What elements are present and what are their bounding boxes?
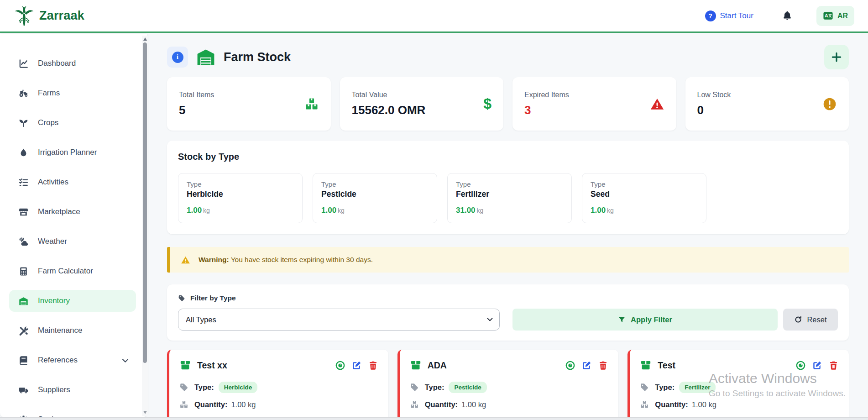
warning-message: You have stock items expiring within 30 … (231, 256, 373, 263)
delete-item-button[interactable] (368, 360, 378, 371)
type-field-label: Type (187, 180, 294, 188)
stat-value: 3 (524, 103, 569, 117)
scrollbar-thumb[interactable] (143, 42, 147, 363)
sidebar-item-suppliers[interactable]: Suppliers (9, 379, 136, 401)
store-icon (18, 207, 29, 217)
brand-name: Zarraak (39, 9, 84, 23)
trash-icon (598, 360, 608, 371)
quantity-field-label: Quantity: (425, 400, 458, 409)
item-name: Test xx (197, 360, 227, 371)
horizontal-scrollbar[interactable] (0, 417, 868, 420)
apply-filter-button[interactable]: Apply Filter (512, 309, 778, 331)
sidebar-item-label: Farms (38, 89, 60, 98)
stock-type-card: Type Fertilizer 31.00kg (447, 173, 572, 223)
edit-item-button[interactable] (812, 360, 822, 371)
box-icon (179, 359, 191, 371)
pen-square-icon (812, 360, 822, 371)
stat-label: Expired Items (524, 91, 569, 99)
delete-item-button[interactable] (828, 360, 839, 371)
tag-icon (179, 383, 188, 392)
edit-item-button[interactable] (351, 360, 362, 371)
view-item-button[interactable] (335, 360, 345, 371)
box-icon (640, 359, 652, 371)
language-label: AR (837, 12, 848, 20)
rotate-icon (794, 315, 802, 324)
chart-line-icon (18, 58, 29, 69)
sidebar-item-farms[interactable]: Farms (9, 82, 136, 104)
filter-type-select[interactable]: All Types (178, 309, 500, 331)
type-cards-row: Type Herbicide 1.00kg Type Pesticide 1.0… (178, 173, 838, 223)
eye-icon (795, 360, 806, 371)
filter-type-select-wrap: All Types (178, 309, 500, 331)
type-field-label: Type: (655, 383, 675, 392)
delete-item-button[interactable] (598, 360, 608, 371)
quantity-field-label: Quantity: (194, 400, 227, 409)
item-name: Test (658, 360, 675, 371)
stat-label: Low Stock (697, 91, 731, 99)
sidebar-item-label: Crops (38, 118, 58, 127)
circle-exclamation-icon (822, 97, 837, 111)
page-title: Farm Stock (224, 50, 291, 64)
boxes-icon (640, 400, 649, 409)
edit-item-button[interactable] (581, 360, 592, 371)
reset-label: Reset (807, 315, 826, 324)
translate-icon: A (823, 10, 833, 21)
sidebar-item-references[interactable]: References (9, 349, 136, 371)
seedling-icon (18, 118, 29, 128)
sidebar-item-label: Activities (38, 178, 68, 187)
screwdriver-wrench-icon (18, 326, 29, 336)
triangle-exclamation-icon (650, 97, 664, 111)
sidebar-item-weather[interactable]: Weather (9, 231, 136, 252)
type-field-label: Type (456, 180, 563, 188)
sidebar-item-marketplace[interactable]: Marketplace (9, 201, 136, 223)
sidebar-item-activities[interactable]: Activities (9, 171, 136, 193)
sidebar-item-label: Inventory (38, 296, 70, 305)
brand[interactable]: Zarraak (14, 5, 84, 26)
warning-banner: Warning: You have stock items expiring w… (167, 247, 849, 273)
warning-label: Warning: (199, 256, 229, 263)
quantity-value: 1.00 kg (231, 400, 256, 409)
type-unit: kg (338, 207, 345, 214)
scroll-up-arrow[interactable] (143, 37, 147, 41)
view-item-button[interactable] (795, 360, 806, 371)
type-badge: Fertilizer (679, 382, 716, 393)
stock-type-card: Type Seed 1.00kg (582, 173, 706, 223)
pen-square-icon (581, 360, 592, 371)
tag-icon (640, 383, 649, 392)
section-title: Stock by Type (178, 152, 838, 162)
sidebar-item-farm-calculator[interactable]: Farm Calculator (9, 260, 136, 282)
type-badge: Pesticide (449, 382, 486, 393)
sidebar-item-dashboard[interactable]: Dashboard (9, 52, 136, 74)
droplet-icon (18, 147, 29, 158)
start-tour-label: Start Tour (720, 11, 753, 21)
stock-type-card: Type Pesticide 1.00kg (313, 173, 437, 223)
quantity-value: 1.00 kg (692, 400, 716, 409)
type-field-label: Type (321, 180, 429, 188)
tag-icon (410, 383, 419, 392)
chevron-down-icon (121, 356, 130, 365)
info-icon: i (172, 52, 183, 63)
pen-square-icon (351, 360, 362, 371)
sidebar-item-label: Suppliers (38, 385, 70, 394)
start-tour-button[interactable]: ? Start Tour (705, 10, 753, 21)
info-button[interactable]: i (167, 47, 188, 68)
view-item-button[interactable] (565, 360, 575, 371)
stat-card-low-stock: Low Stock 0 (685, 77, 849, 131)
sidebar-item-inventory[interactable]: Inventory (9, 290, 136, 312)
language-switch-button[interactable]: A AR (816, 6, 854, 26)
sidebar-scrollbar[interactable] (142, 36, 148, 416)
notifications-bell-icon[interactable] (782, 10, 793, 22)
sidebar-item-irrigation-planner[interactable]: Irrigation Planner (9, 142, 136, 163)
sidebar-item-label: Weather (38, 237, 67, 246)
stat-label: Total Items (179, 91, 214, 99)
type-field-label: Type (591, 180, 698, 188)
reset-filter-button[interactable]: Reset (783, 309, 838, 331)
sidebar-item-maintenance[interactable]: Maintenance (9, 320, 136, 341)
list-check-icon (18, 177, 29, 188)
type-unit: kg (203, 207, 210, 214)
sidebar-item-crops[interactable]: Crops (9, 112, 136, 134)
stat-card-total-value: Total Value 15562.0 OMR $ (340, 77, 504, 131)
apply-filter-label: Apply Filter (631, 315, 672, 324)
scroll-down-arrow[interactable] (143, 411, 147, 414)
add-item-button[interactable] (824, 45, 849, 69)
